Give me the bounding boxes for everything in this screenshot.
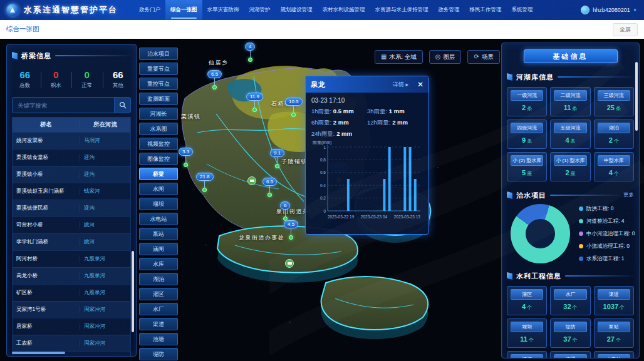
- layer-item-0[interactable]: 治水项目: [139, 48, 178, 60]
- station-marker[interactable]: 6: [280, 201, 290, 221]
- marker-value: 11.9: [246, 93, 263, 101]
- card-label: 小 (2) 型水库: [511, 155, 543, 166]
- station-marker[interactable]: 3.3: [179, 148, 193, 167]
- legend-label: 防洪工程: 0: [586, 205, 613, 213]
- legend-item: 小流域治理工程: 0: [579, 243, 635, 250]
- table-row[interactable]: 高龙小桥九股泉河: [13, 267, 130, 284]
- user-menu[interactable]: hhzb42080201 ∨: [581, 6, 636, 14]
- station-marker[interactable]: 4.5: [284, 220, 298, 240]
- station-marker[interactable]: 11.9: [246, 93, 263, 112]
- stat-value: 0: [71, 69, 103, 80]
- app-root: 水系连通智慧管护平台 政务门户综合一张图水旱灾害防御河湖管护规划建设管理农村水利…: [0, 0, 644, 361]
- layer-item-13[interactable]: 涵闸: [139, 243, 178, 255]
- table-row[interactable]: 司营村小桥姚河: [13, 216, 130, 233]
- layer-item-16[interactable]: 灌区: [139, 288, 178, 300]
- info-card: 五级河流4条: [550, 119, 590, 149]
- legend-dot-icon: [579, 231, 583, 236]
- base-info-button[interactable]: 基础信息: [524, 49, 618, 63]
- layer-item-19[interactable]: 池塘: [139, 333, 178, 345]
- fullscreen-button[interactable]: 全屏: [613, 23, 638, 36]
- layer-item-3[interactable]: 监测断面: [139, 93, 178, 105]
- nav-item-4[interactable]: 规划建设管理: [276, 0, 318, 20]
- section-accent-icon: [12, 52, 18, 59]
- nav-item-9[interactable]: 系统管理: [507, 0, 538, 20]
- layer-item-1[interactable]: 重要节点: [139, 63, 178, 75]
- layer-item-20[interactable]: 堤防: [139, 348, 178, 360]
- table-row[interactable]: 唐家桥周家冲河: [13, 318, 130, 335]
- nav-item-1[interactable]: 综合一张图: [165, 0, 202, 20]
- map-control-button[interactable]: ▦水系: 全域: [375, 50, 423, 64]
- svg-text:2023-03-23 04: 2023-03-23 04: [361, 215, 388, 219]
- info-card: 灌区4个: [507, 286, 547, 315]
- table-row[interactable]: 姚河发渠桥马涧河: [13, 132, 130, 149]
- table-row[interactable]: 吴家湾1号桥周家冲河: [13, 301, 130, 318]
- camera-icon[interactable]: [285, 259, 294, 268]
- right-panel-scrollbar[interactable]: [635, 62, 638, 131]
- river-cards: 一级河流2条二级河流11条三级河流25条四级河流9条五级河流4条湖泊2个小 (2…: [502, 87, 639, 181]
- table-row[interactable]: 栗溪镇小桥迎沟: [13, 166, 130, 183]
- nav-item-7[interactable]: 政务管理: [434, 0, 465, 20]
- table-row[interactable]: 栗溪镇赵玉房门涵桥钱家河: [13, 183, 130, 200]
- layer-item-5[interactable]: 水系图: [139, 123, 178, 135]
- layer-item-6[interactable]: 视频监控: [139, 138, 178, 150]
- table-row[interactable]: 栗溪镇食堂桥迎沟: [13, 149, 130, 166]
- nav-menu: 政务门户综合一张图水旱灾害防御河湖管护规划建设管理农村水利设施管理水资源与水土保…: [134, 0, 538, 20]
- station-marker[interactable]: 6.5: [207, 70, 222, 89]
- river-name-cell: 迎沟: [80, 205, 130, 212]
- user-avatar-icon: [581, 6, 589, 14]
- project-more-link[interactable]: 更多: [623, 191, 634, 199]
- nav-item-8[interactable]: 移民工作管理: [465, 0, 507, 20]
- table-row[interactable]: 矿区桥九股泉河: [13, 284, 130, 301]
- rain-metric: 6h雨量: 2 mm: [311, 119, 367, 127]
- layer-item-10[interactable]: 堰坝: [139, 198, 178, 210]
- town-label: 仙居乡: [209, 59, 229, 67]
- camera-icon[interactable]: [247, 176, 256, 185]
- station-marker[interactable]: 21.8: [196, 173, 214, 192]
- layer-item-2[interactable]: 重控节点: [139, 78, 178, 90]
- bridge-name-cell: 栗溪镇食堂桥: [13, 154, 80, 161]
- layer-item-9[interactable]: 水闸: [139, 183, 178, 195]
- table-horizontal-scrollbar[interactable]: [12, 352, 65, 354]
- nav-item-5[interactable]: 农村水利设施管理: [318, 0, 370, 20]
- layer-item-4[interactable]: 河湖长: [139, 108, 178, 120]
- station-marker[interactable]: 6.5: [262, 178, 277, 197]
- station-marker[interactable]: 10.5: [285, 98, 303, 117]
- breadcrumb[interactable]: 综合一张图: [6, 25, 39, 34]
- nav-item-2[interactable]: 水旱灾害防御: [202, 0, 244, 20]
- marker-stem: [285, 210, 286, 216]
- legend-dot-icon: [579, 219, 583, 223]
- svg-text:0.6: 0.6: [320, 170, 326, 175]
- layer-item-12[interactable]: 泵站: [139, 228, 178, 240]
- table-row[interactable]: 栗溪镇便民桥迎沟: [13, 200, 130, 216]
- card-label: 湖泊: [598, 123, 630, 133]
- layer-item-14[interactable]: 水库: [139, 258, 178, 270]
- marker-value: 4: [245, 43, 255, 51]
- layer-item-17[interactable]: 水厂: [139, 303, 178, 315]
- table-row[interactable]: 工农桥周家冲河: [13, 335, 130, 352]
- layer-item-18[interactable]: 渠道: [139, 318, 178, 330]
- layer-item-8[interactable]: 桥梁: [139, 168, 178, 180]
- nav-item-6[interactable]: 水资源与水土保持管理: [370, 0, 434, 20]
- table-row[interactable]: 阿河村桥九股泉河: [13, 250, 130, 267]
- svg-text:2023-03-23 13: 2023-03-23 13: [394, 215, 421, 219]
- nav-item-0[interactable]: 政务门户: [134, 0, 165, 20]
- card-label: 堰坝: [511, 322, 543, 332]
- search-input[interactable]: [13, 98, 114, 113]
- close-icon[interactable]: ✕: [417, 80, 423, 89]
- popup-detail-link[interactable]: 详情 ▸: [393, 81, 408, 89]
- table-row[interactable]: 李学礼门涵桥姚河: [13, 233, 130, 250]
- layer-item-7[interactable]: 图像监控: [139, 153, 178, 165]
- table-vertical-scrollbar[interactable]: [132, 251, 134, 332]
- station-marker[interactable]: 4: [245, 43, 255, 62]
- layer-item-15[interactable]: 湖泊: [139, 273, 178, 285]
- layer-item-11[interactable]: 水电站: [139, 213, 178, 225]
- card-label: 水厂: [554, 289, 586, 300]
- info-card: 水厂32个: [550, 286, 590, 315]
- map-control-button[interactable]: ◎图层: [429, 50, 462, 64]
- search-button[interactable]: [114, 98, 130, 113]
- map-control-button[interactable]: ⟳场景: [467, 50, 499, 64]
- station-marker[interactable]: 9.1: [270, 149, 284, 168]
- nav-item-3[interactable]: 河湖管护: [244, 0, 276, 20]
- project-section-title: 治水项目: [516, 191, 546, 200]
- marker-stem: [250, 51, 251, 58]
